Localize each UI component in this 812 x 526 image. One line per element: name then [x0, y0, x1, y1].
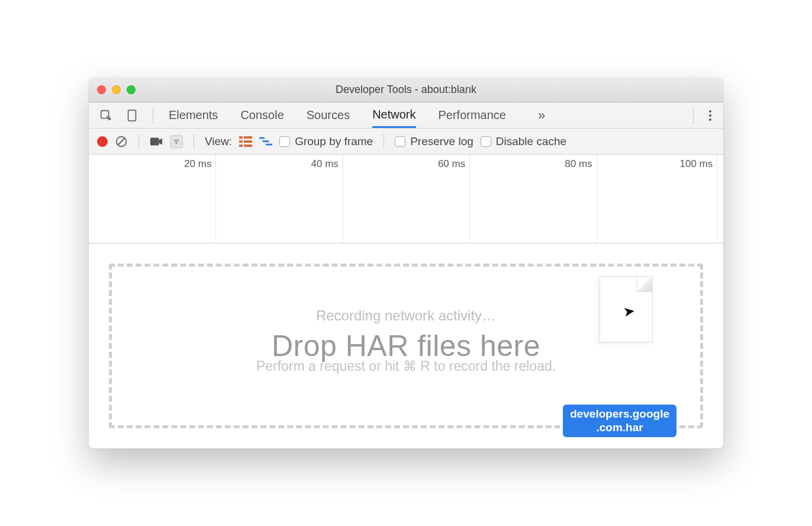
svg-rect-13 [266, 143, 272, 145]
filter-icon[interactable] [170, 135, 183, 148]
har-drop-zone[interactable]: Recording network activity… Drop HAR fil… [109, 264, 703, 428]
svg-rect-6 [244, 136, 252, 139]
svg-rect-1 [128, 110, 136, 120]
disable-cache-checkbox[interactable]: Disable cache [481, 135, 566, 148]
record-button[interactable] [97, 136, 108, 147]
kebab-menu-icon[interactable] [697, 110, 723, 121]
file-name-line2: .com.har [570, 421, 669, 435]
svg-rect-12 [263, 140, 269, 142]
svg-rect-8 [244, 140, 252, 143]
svg-rect-5 [239, 136, 243, 139]
group-by-frame-checkbox[interactable]: Group by frame [279, 135, 373, 148]
dragged-file-name-badge: developers.google .com.har [563, 405, 676, 438]
checkbox-icon[interactable] [481, 136, 491, 147]
window-title: Developer Tools - about:blank [89, 84, 723, 96]
svg-line-3 [118, 138, 125, 145]
svg-rect-10 [244, 145, 252, 147]
timeline-overview[interactable]: 20 ms 40 ms 60 ms 80 ms 100 ms [89, 155, 723, 243]
preserve-log-checkbox[interactable]: Preserve log [395, 135, 473, 148]
devtools-window: Developer Tools - about:blank Elements C… [89, 78, 723, 448]
group-by-frame-label: Group by frame [295, 135, 373, 148]
panel-tabs: Elements Console Sources Network Perform… [157, 102, 555, 128]
checkbox-icon[interactable] [395, 136, 405, 147]
window-controls [89, 85, 136, 94]
preserve-log-label: Preserve log [410, 135, 473, 148]
checkbox-icon[interactable] [279, 136, 290, 147]
tab-elements[interactable]: Elements [169, 102, 218, 128]
svg-rect-9 [239, 145, 243, 147]
toggle-device-toolbar-icon[interactable] [125, 109, 138, 122]
svg-rect-7 [239, 140, 243, 143]
waterfall-icon[interactable] [259, 135, 272, 148]
tick-label: 80 ms [565, 158, 597, 170]
separator [153, 107, 153, 124]
zoom-window-button[interactable] [127, 85, 136, 94]
svg-rect-11 [259, 137, 265, 139]
disable-cache-label: Disable cache [496, 135, 566, 148]
tick-label: 20 ms [184, 158, 216, 170]
minimize-window-button[interactable] [112, 85, 121, 94]
reload-hint: Perform a request or hit ⌘ R to record t… [112, 358, 700, 374]
more-tabs-button[interactable]: » [529, 108, 555, 123]
file-name-line1: developers.google [570, 408, 669, 420]
separator [693, 107, 694, 124]
tick-label: 60 ms [438, 158, 470, 170]
camera-icon[interactable] [150, 135, 163, 148]
tick-label: 100 ms [680, 158, 718, 170]
network-toolbar: View: Group by frame Preserve log Disabl… [89, 129, 723, 155]
close-window-button[interactable] [97, 85, 106, 94]
tab-console[interactable]: Console [240, 102, 283, 128]
tick-label: 40 ms [311, 158, 343, 170]
inspect-element-icon[interactable] [99, 109, 112, 122]
tab-network[interactable]: Network [372, 102, 415, 128]
svg-rect-4 [150, 137, 159, 145]
cursor-icon: ➤ [622, 303, 636, 321]
titlebar: Developer Tools - about:blank [89, 78, 723, 102]
tab-performance[interactable]: Performance [439, 102, 507, 128]
tab-sources[interactable]: Sources [307, 102, 350, 128]
large-rows-icon[interactable] [239, 135, 252, 148]
view-label: View: [205, 135, 232, 148]
tab-strip: Elements Console Sources Network Perform… [89, 102, 723, 129]
clear-icon[interactable] [115, 135, 128, 148]
